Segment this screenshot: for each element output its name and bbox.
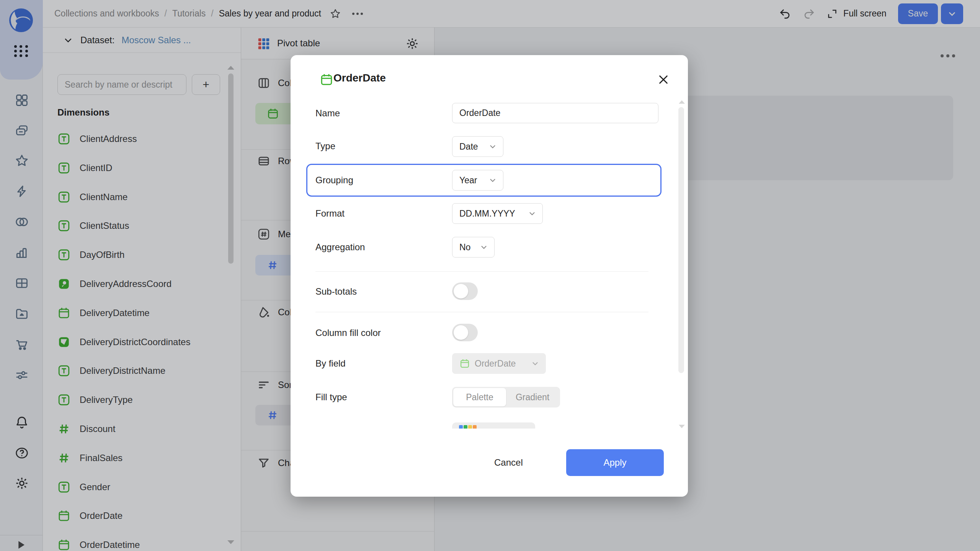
subtotals-toggle[interactable]: [452, 282, 478, 300]
by-field-label: By field: [315, 358, 346, 369]
modal-scrollbar[interactable]: [678, 107, 684, 373]
apply-button[interactable]: Apply: [566, 449, 664, 476]
palette-swatch: [473, 425, 477, 429]
chevron-down-icon: [528, 209, 536, 218]
aggregation-value: No: [459, 242, 470, 253]
aggregation-dropdown[interactable]: No: [452, 237, 495, 258]
type-value: Date: [459, 142, 478, 152]
modal-divider: [315, 312, 648, 312]
fill-type-option-palette[interactable]: Palette: [453, 388, 506, 406]
palette-swatch: [468, 425, 472, 429]
by-field-dropdown[interactable]: OrderDate: [452, 353, 546, 374]
palette-swatch: [464, 425, 467, 429]
palette-swatch: [459, 425, 463, 429]
column-fill-color-label: Column fill color: [315, 328, 381, 338]
chevron-down-icon: [480, 243, 488, 251]
calendar-icon: [320, 73, 333, 86]
fill-type-segmented-control: Palette Gradient: [452, 387, 560, 408]
chevron-down-icon: [488, 142, 497, 151]
app-screen: Collections and workbooks / Tutorials / …: [0, 0, 980, 551]
name-label: Name: [315, 108, 340, 119]
name-input[interactable]: [452, 103, 658, 123]
chevron-down-icon: [531, 359, 539, 368]
close-icon[interactable]: [655, 71, 672, 88]
format-dropdown[interactable]: DD.MM.YYYY: [452, 203, 543, 224]
grouping-label: Grouping: [315, 175, 353, 186]
fill-type-option-gradient[interactable]: Gradient: [506, 388, 559, 406]
calendar-icon: [459, 358, 470, 369]
cancel-button[interactable]: Cancel: [484, 452, 533, 473]
aggregation-label: Aggregation: [315, 242, 365, 253]
modal-scroll-down-icon[interactable]: [679, 425, 685, 428]
format-value: DD.MM.YYYY: [459, 209, 515, 219]
modal-title: OrderDate: [333, 72, 386, 84]
grouping-dropdown[interactable]: Year: [452, 170, 503, 191]
by-field-value: OrderDate: [475, 359, 516, 369]
modal-scroll-up-icon[interactable]: [679, 100, 685, 104]
fill-type-label: Fill type: [315, 392, 347, 403]
modal-divider: [315, 271, 648, 272]
column-fill-color-toggle[interactable]: [452, 324, 478, 341]
subtotals-label: Sub-totals: [315, 286, 357, 297]
palette-select-clipped[interactable]: [452, 422, 535, 429]
chevron-down-icon: [488, 176, 497, 184]
type-dropdown[interactable]: Date: [452, 136, 503, 157]
grouping-value: Year: [459, 175, 477, 186]
field-settings-modal: OrderDate Name Type Date Grouping Year F…: [291, 55, 688, 497]
format-label: Format: [315, 208, 345, 219]
type-label: Type: [315, 141, 335, 152]
